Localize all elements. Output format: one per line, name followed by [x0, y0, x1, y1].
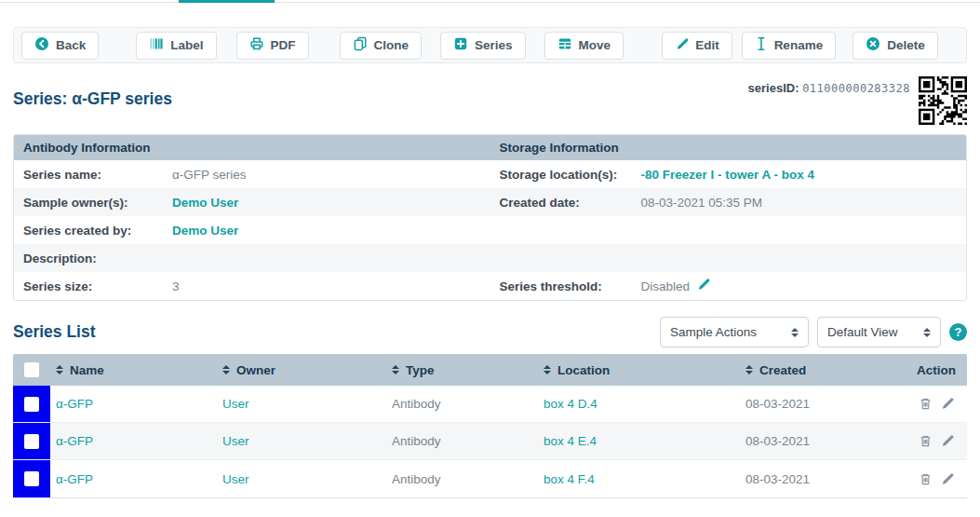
rename-button-label: Rename: [774, 38, 824, 52]
location-link[interactable]: box 4 F.4: [538, 460, 740, 497]
clone-button[interactable]: Clone: [340, 32, 423, 60]
info-row-created-date: Created date: 08-03-2021 05:35 PM: [490, 188, 967, 216]
delete-row-trash-icon[interactable]: [919, 434, 933, 448]
column-header-location[interactable]: Location: [538, 363, 740, 377]
edit-button-label: Edit: [695, 38, 719, 52]
info-row-storage-locations: Storage location(s): -80 Freezer I - tow…: [490, 160, 967, 188]
column-header-created[interactable]: Created: [740, 363, 889, 377]
back-button[interactable]: Back: [21, 32, 99, 60]
toolbar: Back Label PDF Clone Series Move Edit R: [13, 27, 967, 63]
table-row: α-GFP User Antibody box 4 E.4 08-03-2021: [13, 423, 967, 460]
row-checkbox[interactable]: [24, 434, 39, 449]
clone-button-label: Clone: [374, 38, 409, 52]
delete-button[interactable]: Delete: [852, 32, 938, 60]
info-label: Description:: [23, 252, 172, 265]
type-cell: Antibody: [386, 460, 538, 497]
select-all-checkbox[interactable]: [24, 362, 39, 377]
info-label: Series name:: [23, 168, 172, 182]
location-link[interactable]: box 4 D.4: [538, 386, 740, 422]
sample-actions-dropdown[interactable]: Sample Actions: [660, 317, 809, 347]
sample-name-link[interactable]: α-GFP: [50, 460, 217, 497]
created-cell: 08-03-2021: [740, 423, 889, 459]
info-row-series-name: Series name: α-GFP series: [14, 160, 490, 188]
row-checkbox[interactable]: [24, 397, 39, 412]
back-button-label: Back: [56, 38, 86, 52]
series-id-block: seriesID: 011000000283328: [748, 76, 967, 125]
help-icon[interactable]: ?: [949, 323, 967, 341]
column-header-type[interactable]: Type: [386, 363, 538, 377]
edit-row-pencil-icon[interactable]: [940, 397, 954, 411]
sample-actions-dropdown-value: Sample Actions: [670, 325, 757, 339]
series-list-table: Name Owner Type Location Created Action …: [13, 354, 967, 498]
top-divider: [0, 0, 980, 3]
info-row-series-threshold: Series threshold: Disabled: [490, 272, 967, 300]
table-row: α-GFP User Antibody box 4 D.4 08-03-2021: [13, 386, 967, 423]
sample-name-link[interactable]: α-GFP: [50, 386, 217, 422]
printer-icon: [249, 36, 264, 54]
column-label: Action: [917, 363, 956, 377]
storage-information-header: Storage Information: [490, 135, 967, 160]
qr-code: [919, 76, 967, 125]
sort-icon: [56, 365, 63, 374]
delete-button-label: Delete: [887, 38, 925, 52]
info-row-empty: [490, 216, 967, 244]
series-list-title: Series List: [13, 322, 96, 342]
info-row-series-size: Series size: 3: [14, 272, 490, 300]
column-label: Created: [759, 363, 806, 377]
antibody-information-column: Antibody Information Series name: α-GFP …: [14, 135, 490, 300]
edit-row-pencil-icon[interactable]: [940, 472, 954, 486]
info-row-series-created-by: Series created by: Demo User: [14, 216, 490, 244]
column-header-name[interactable]: Name: [50, 363, 217, 377]
page-title: Series: α-GFP series: [13, 89, 172, 109]
column-label: Name: [70, 363, 104, 377]
series-list-header: Series List Sample Actions Default View …: [13, 317, 967, 347]
edit-threshold-pencil-icon[interactable]: [696, 278, 710, 294]
info-panel: Antibody Information Series name: α-GFP …: [13, 134, 967, 301]
sample-owner-link[interactable]: Demo User: [172, 196, 481, 210]
plus-square-icon: [453, 36, 468, 54]
type-cell: Antibody: [386, 386, 538, 422]
column-header-owner[interactable]: Owner: [217, 363, 386, 377]
row-checkbox-cell: [13, 386, 50, 422]
barcode-icon: [149, 36, 164, 54]
pdf-button[interactable]: PDF: [236, 32, 309, 60]
back-circle-icon: [34, 36, 49, 54]
info-value: α-GFP series: [172, 168, 481, 182]
row-actions: [889, 460, 967, 497]
edit-row-pencil-icon[interactable]: [940, 434, 954, 448]
label-button-label: Label: [170, 38, 203, 52]
delete-row-trash-icon[interactable]: [919, 472, 933, 486]
view-dropdown[interactable]: Default View: [817, 317, 941, 347]
edit-button[interactable]: Edit: [662, 32, 732, 60]
row-checkbox[interactable]: [24, 471, 39, 486]
column-label: Owner: [236, 363, 275, 377]
series-button-label: Series: [475, 38, 513, 52]
info-row-empty: [490, 244, 967, 272]
sample-name-link[interactable]: α-GFP: [50, 423, 217, 459]
location-link[interactable]: box 4 E.4: [538, 423, 740, 459]
dropdown-arrows-icon: [791, 328, 799, 337]
label-button[interactable]: Label: [136, 32, 216, 60]
info-label: Sample owner(s):: [23, 196, 172, 210]
row-checkbox-cell: [13, 460, 50, 497]
table-icon: [557, 36, 572, 54]
storage-location-link[interactable]: -80 Freezer I - tower A - box 4: [641, 168, 958, 182]
move-button-label: Move: [579, 38, 611, 52]
series-created-by-link[interactable]: Demo User: [172, 224, 481, 238]
series-threshold-value: Disabled: [641, 279, 691, 293]
delete-row-trash-icon[interactable]: [919, 397, 933, 411]
owner-link[interactable]: User: [217, 386, 386, 422]
move-button[interactable]: Move: [544, 32, 624, 60]
owner-link[interactable]: User: [217, 460, 386, 497]
pencil-icon: [675, 37, 689, 54]
series-list-controls: Sample Actions Default View ?: [660, 317, 967, 347]
series-id-label: seriesID:: [748, 81, 799, 95]
column-label: Location: [557, 363, 610, 377]
rename-button[interactable]: Rename: [742, 32, 837, 60]
series-button[interactable]: Series: [440, 32, 526, 60]
column-label: Type: [406, 363, 435, 377]
owner-link[interactable]: User: [217, 423, 386, 459]
series-id-text: seriesID: 011000000283328: [748, 81, 910, 95]
view-dropdown-value: Default View: [827, 325, 898, 339]
sort-icon: [392, 365, 399, 374]
